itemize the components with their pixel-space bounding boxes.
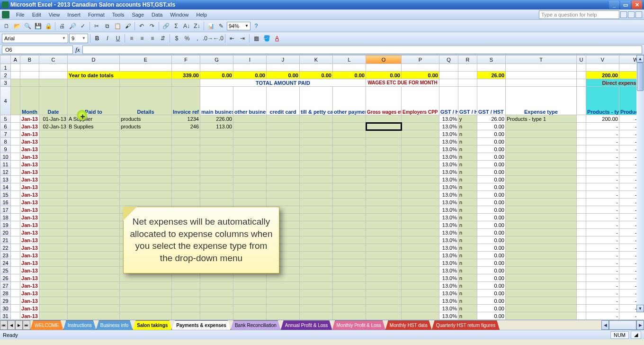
vertical-scrollbar[interactable]: ▲ ▼ xyxy=(636,55,644,312)
row-header-24[interactable]: 24 xyxy=(0,259,11,267)
underline-button[interactable]: U xyxy=(113,34,123,43)
menu-tools[interactable]: Tools xyxy=(108,11,128,18)
menu-format[interactable]: Format xyxy=(84,11,108,18)
increase-decimal-button[interactable]: .0→ xyxy=(203,34,213,43)
col-header-P[interactable]: P xyxy=(402,55,439,64)
row-header-8[interactable]: 8 xyxy=(0,138,11,145)
tab-first-button[interactable]: ⏮ xyxy=(0,320,8,330)
sheet-tab-9[interactable]: Quarterly HST return figures xyxy=(432,320,500,330)
col-header-S[interactable]: S xyxy=(477,55,506,64)
col-header-Q[interactable]: Q xyxy=(439,55,458,64)
align-right-button[interactable]: ≡ xyxy=(148,34,157,43)
undo-button[interactable]: ↶ xyxy=(137,21,146,31)
col-header-A[interactable]: A xyxy=(11,55,20,64)
decrease-decimal-button[interactable]: ←.0 xyxy=(214,34,223,43)
sort-asc-button[interactable]: A↓ xyxy=(182,21,191,31)
row-header-5[interactable]: 5 xyxy=(0,115,11,123)
permission-button[interactable]: 🔒 xyxy=(44,21,53,31)
font-name-combo[interactable]: Arial▼ xyxy=(2,34,68,43)
row-header-6[interactable]: 6 xyxy=(0,123,11,130)
row-header-31[interactable]: 31 xyxy=(0,312,11,320)
horizontal-scrollbar[interactable]: ◀ ▶ xyxy=(601,320,644,330)
maximize-button[interactable]: ▭ xyxy=(620,0,631,9)
col-header-B[interactable]: B xyxy=(20,55,39,64)
col-header-O[interactable]: O xyxy=(366,55,402,64)
sheet-tab-5[interactable]: Bank Reconciliation xyxy=(231,320,281,330)
scroll-thumb[interactable] xyxy=(637,63,644,91)
new-button[interactable]: 🗋 xyxy=(2,21,11,31)
row-header-14[interactable]: 14 xyxy=(0,183,11,191)
row-header-10[interactable]: 10 xyxy=(0,153,11,161)
sheet-tab-2[interactable]: Business info xyxy=(96,320,133,330)
row-header-16[interactable]: 16 xyxy=(0,199,11,206)
close-button[interactable]: ✕ xyxy=(632,0,642,9)
row-header-29[interactable]: 29 xyxy=(0,297,11,305)
menu-data[interactable]: Data xyxy=(148,11,166,18)
row-header-21[interactable]: 21 xyxy=(0,236,11,244)
italic-button[interactable]: I xyxy=(103,34,112,43)
row-header-3[interactable]: 3 xyxy=(0,79,11,87)
format-painter-button[interactable]: 🖌 xyxy=(123,21,133,31)
font-size-combo[interactable]: 9▼ xyxy=(69,34,88,43)
menu-file[interactable]: File xyxy=(12,11,28,18)
row-header-15[interactable]: 15 xyxy=(0,191,11,199)
hscroll-right-button[interactable]: ▶ xyxy=(636,320,644,330)
increase-indent-button[interactable]: ⇥ xyxy=(238,34,247,43)
row-header-22[interactable]: 22 xyxy=(0,244,11,252)
row-header-23[interactable]: 23 xyxy=(0,252,11,259)
paste-button[interactable]: 📋 xyxy=(113,21,122,31)
redo-button[interactable]: ↷ xyxy=(147,21,157,31)
print-preview-button[interactable]: 🔎 xyxy=(68,21,77,31)
menu-window[interactable]: Window xyxy=(166,11,192,18)
sheet-tab-4[interactable]: Payments & expenses xyxy=(172,320,231,330)
col-header-R[interactable]: R xyxy=(458,55,477,64)
print-button[interactable]: 🖨 xyxy=(57,21,67,31)
decrease-indent-button[interactable]: ⇤ xyxy=(227,34,237,43)
col-header-I[interactable]: I xyxy=(233,55,267,64)
doc-restore-button[interactable] xyxy=(628,11,635,18)
doc-close-button[interactable] xyxy=(635,11,642,18)
sort-desc-button[interactable]: Z↓ xyxy=(192,21,202,31)
row-header-13[interactable]: 13 xyxy=(0,176,11,183)
row-header-9[interactable]: 9 xyxy=(0,145,11,153)
doc-minimize-button[interactable] xyxy=(620,11,627,18)
drawing-button[interactable]: ✎ xyxy=(216,21,226,31)
col-header-G[interactable]: G xyxy=(200,55,233,64)
row-header-1[interactable]: 1 xyxy=(0,64,11,72)
help-search-input[interactable]: Type a question for help xyxy=(539,10,619,19)
open-button[interactable]: 📂 xyxy=(12,21,22,31)
row-header-2[interactable]: 2 xyxy=(0,72,11,79)
col-header-U[interactable]: U xyxy=(577,55,586,64)
chart-button[interactable]: 📊 xyxy=(206,21,215,31)
col-header-D[interactable]: D xyxy=(68,55,120,64)
hscroll-track[interactable] xyxy=(609,320,636,330)
autosum-button[interactable]: Σ xyxy=(171,21,181,31)
row-header-25[interactable]: 25 xyxy=(0,267,11,274)
menu-insert[interactable]: Insert xyxy=(63,11,84,18)
scroll-up-button[interactable]: ▲ xyxy=(636,55,644,63)
col-header-K[interactable]: K xyxy=(300,55,333,64)
row-header-19[interactable]: 19 xyxy=(0,221,11,229)
sheet-tab-8[interactable]: Monthly HST data xyxy=(385,320,432,330)
menu-edit[interactable]: Edit xyxy=(28,11,45,18)
sheet-tab-1[interactable]: Instructions xyxy=(63,320,96,330)
help-button[interactable]: ? xyxy=(251,21,261,31)
row-header-7[interactable]: 7 xyxy=(0,130,11,138)
row-header-26[interactable]: 26 xyxy=(0,274,11,282)
comma-button[interactable]: , xyxy=(193,34,202,43)
row-header-17[interactable]: 17 xyxy=(0,206,11,214)
hyperlink-button[interactable]: 🔗 xyxy=(161,21,170,31)
col-header-C[interactable]: C xyxy=(39,55,68,64)
font-color-button[interactable]: A xyxy=(272,34,282,43)
copy-button[interactable]: ⧉ xyxy=(102,21,112,31)
sheet-tab-3[interactable]: Salon takings xyxy=(133,320,172,330)
scroll-down-button[interactable]: ▼ xyxy=(636,305,644,312)
menu-help[interactable]: Help xyxy=(192,11,211,18)
zoom-combo[interactable]: 94%▼ xyxy=(227,22,250,30)
hscroll-left-button[interactable]: ◀ xyxy=(601,320,609,330)
col-header-V[interactable]: V xyxy=(586,55,619,64)
align-center-button[interactable]: ≡ xyxy=(137,34,147,43)
tab-prev-button[interactable]: ◀ xyxy=(8,320,15,330)
row-header-27[interactable]: 27 xyxy=(0,282,11,290)
col-header-L[interactable]: L xyxy=(333,55,366,64)
